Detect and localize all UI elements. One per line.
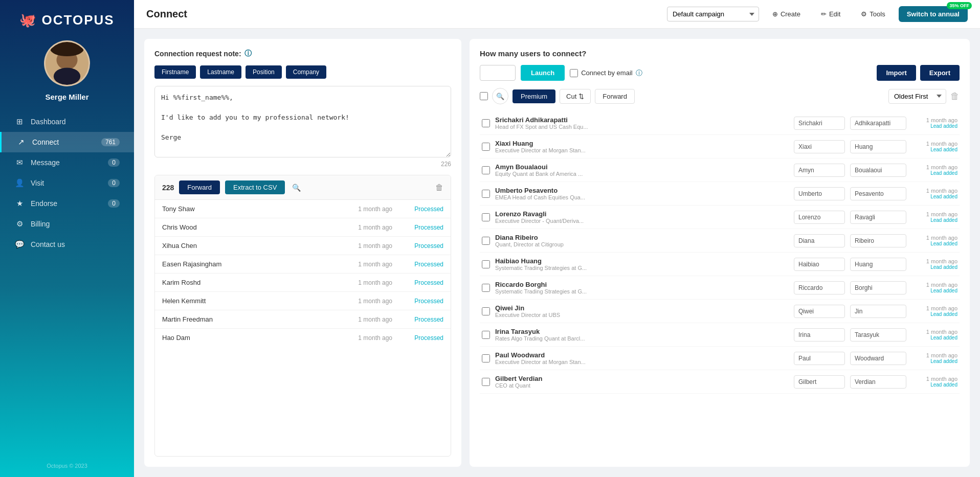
lead-checkbox[interactable] [482,143,490,151]
lead-firstname-input[interactable] [794,140,845,153]
lead-firstname-input[interactable] [794,258,845,271]
connect-icon: ↗ [16,138,26,147]
launch-button[interactable]: Launch [521,65,565,81]
endorse-badge: 0 [108,199,120,208]
lead-title: Equity Quant at Bank of America ... [495,171,789,177]
lead-firstname-input[interactable] [794,211,845,224]
premium-filter-button[interactable]: Premium [513,89,555,103]
lead-firstname-input[interactable] [794,187,845,200]
connect-email-checkbox[interactable] [570,69,578,77]
lead-lastname-input[interactable] [850,258,906,271]
lead-time-badge: 1 month ago Lead added [911,141,957,152]
lead-name: Riccardo Borghi [495,281,789,288]
lead-checkbox[interactable] [482,237,490,245]
queue-count: 228 [162,184,174,192]
sidebar-item-contact-us[interactable]: 💬 Contact us [0,234,134,255]
export-button[interactable]: Export [920,65,960,81]
campaign-select[interactable]: Default campaign Campaign 2 Campaign 3 [667,7,759,21]
lead-checkbox[interactable] [482,119,490,127]
lead-info: Diana Ribeiro Quant, Director at Citigro… [495,234,789,247]
queue-search-button[interactable]: 🔍 [290,181,303,194]
sidebar-item-message[interactable]: ✉ Message 0 [0,152,134,173]
lead-lastname-input[interactable] [850,375,906,389]
edit-button[interactable]: ✏ Edit [814,7,848,21]
lead-lastname-input[interactable] [850,211,906,224]
lead-time-badge: 1 month ago Lead added [911,329,957,340]
message-textarea[interactable]: Hi %%first_name%%, I'd like to add you t… [154,86,451,157]
lead-row: Gilbert Verdian CEO at Quant 1 month ago… [480,370,960,394]
plus-icon: ⊕ [772,10,778,18]
sidebar-item-connect[interactable]: ↗ Connect 761 [0,132,134,152]
trash-icon: 🗑 [950,91,960,101]
lead-lastname-input[interactable] [850,305,906,318]
lead-lastname-input[interactable] [850,164,906,177]
sidebar-item-visit[interactable]: 👤 Visit 0 [0,173,134,193]
lead-checkbox[interactable] [482,213,490,221]
lead-checkbox[interactable] [482,331,490,339]
lastname-tag-button[interactable]: Lastname [200,65,241,79]
queue-extract-button[interactable]: Extract to CSV [225,180,285,194]
lead-title: Head of FX Spot and US Cash Equ... [495,124,789,130]
switch-annual-button[interactable]: 35% OFF Switch to annual [899,6,968,22]
create-button[interactable]: ⊕ Create [765,7,808,21]
company-tag-button[interactable]: Company [286,65,326,79]
position-tag-button[interactable]: Position [246,65,282,79]
lead-checkbox[interactable] [482,284,490,292]
import-button[interactable]: Import [877,65,916,81]
lead-info: Qiwei Jin Executive Director at UBS [495,304,789,318]
message-badge: 0 [108,158,120,167]
lead-firstname-input[interactable] [794,352,845,365]
queue-list: Tony Shaw 1 month ago Processed Chris Wo… [155,200,451,343]
lead-firstname-input[interactable] [794,117,845,130]
lead-lastname-input[interactable] [850,352,906,365]
visit-icon: 👤 [14,178,25,188]
firstname-tag-button[interactable]: Firstname [154,65,196,79]
queue-row: Easen Rajasingham 1 month ago Processed [155,255,451,274]
lead-checkbox[interactable] [482,260,490,268]
gear-icon: ⚙ [861,10,867,18]
lead-lastname-input[interactable] [850,140,906,153]
billing-icon: ⚙ [14,219,25,229]
lead-added: Lead added [911,382,957,388]
lead-firstname-input[interactable] [794,281,845,294]
lead-added: Lead added [911,358,957,364]
tools-button[interactable]: ⚙ Tools [854,7,892,21]
lead-checkbox[interactable] [482,166,490,174]
lead-lastname-input[interactable] [850,187,906,200]
queue-row-status: Processed [414,334,443,342]
lead-lastname-input[interactable] [850,117,906,130]
search-icon: 🔍 [292,184,301,192]
lead-firstname-input[interactable] [794,305,845,318]
lead-checkbox[interactable] [482,378,490,386]
sidebar-item-endorse[interactable]: ★ Endorse 0 [0,193,134,214]
lead-checkbox[interactable] [482,354,490,362]
lead-checkbox[interactable] [482,190,490,198]
queue-header: 228 Forward Extract to CSV 🔍 🗑 [155,175,451,200]
sidebar-item-billing[interactable]: ⚙ Billing [0,214,134,234]
lead-lastname-input[interactable] [850,234,906,247]
lead-firstname-input[interactable] [794,375,845,389]
lead-firstname-input[interactable] [794,234,845,247]
lead-firstname-input[interactable] [794,328,845,342]
lead-added: Lead added [911,147,957,152]
sidebar-item-dashboard[interactable]: ⊞ Dashboard [0,111,134,132]
lead-lastname-input[interactable] [850,281,906,294]
select-all-checkbox[interactable] [480,92,488,100]
lead-title: Quant, Director at Citigroup [495,241,789,247]
cut-button[interactable]: Cut ⇅ [560,89,591,104]
sort-select[interactable]: Oldest First Newest First [888,89,946,104]
lead-time: 1 month ago [911,352,957,358]
queue-delete-button[interactable]: 🗑 [435,183,443,192]
lead-lastname-input[interactable] [850,328,906,342]
queue-row: Hao Dam 1 month ago Processed [155,329,451,343]
delete-list-button[interactable]: 🗑 [950,91,960,102]
lead-firstname-input[interactable] [794,164,845,177]
lead-row: Haibiao Huang Systematic Trading Strateg… [480,253,960,276]
forward-filter-button[interactable]: Forward [595,89,635,104]
filter-search-button[interactable]: 🔍 [492,88,508,104]
queue-forward-button[interactable]: Forward [179,180,220,194]
sort-arrows-icon: ⇅ [578,93,584,100]
lead-checkbox[interactable] [482,307,490,315]
launch-count-input[interactable] [480,65,516,81]
lead-added: Lead added [911,241,957,246]
